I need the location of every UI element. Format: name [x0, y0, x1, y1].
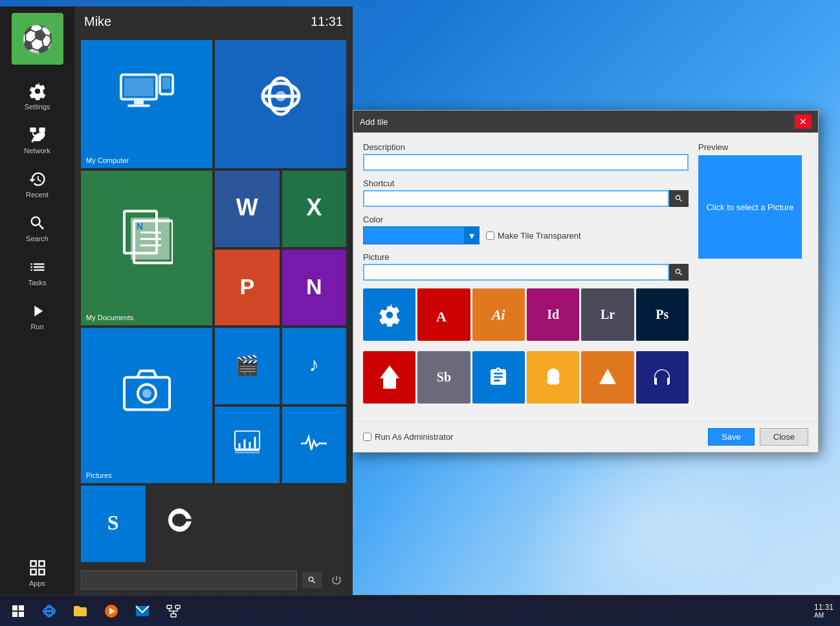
icon-tile-illustrator[interactable]: Ai — [472, 288, 525, 341]
run-as-admin-checkbox[interactable] — [363, 433, 371, 441]
icon-grid: A Ai Id Lr Ps — [363, 288, 689, 411]
shortcut-group: Shortcut — [363, 178, 689, 207]
color-row: ▾ Make Tile Transparent — [363, 226, 689, 244]
dialog-overlay: Add tile ✕ Description Shortcut — [0, 0, 840, 626]
color-swatch[interactable] — [363, 226, 467, 244]
icon-tile-indesign[interactable]: Id — [527, 288, 579, 341]
picture-browse-button[interactable] — [669, 264, 689, 281]
transparent-label: Make Tile Transparent — [498, 231, 581, 241]
description-input[interactable] — [363, 154, 689, 171]
icon-tile-headphones[interactable] — [636, 351, 689, 404]
picture-input-row — [363, 264, 689, 281]
svg-marker-36 — [599, 369, 616, 384]
save-button[interactable]: Save — [708, 428, 755, 446]
color-dropdown-arrow[interactable]: ▾ — [464, 226, 480, 244]
icon-tile-snapchat[interactable] — [527, 351, 579, 404]
shortcut-browse-button[interactable] — [669, 190, 689, 207]
run-as-admin-text: Run As Administrator — [375, 432, 453, 442]
shortcut-input-row — [363, 190, 689, 207]
icon-tile-clipboard[interactable] — [472, 351, 525, 404]
close-button[interactable]: Close — [760, 428, 808, 446]
description-label: Description — [363, 142, 689, 152]
picture-input[interactable] — [363, 264, 669, 281]
shortcut-label: Shortcut — [363, 178, 689, 188]
shortcut-input[interactable] — [363, 190, 669, 207]
color-group: Color ▾ Make Tile Transparent — [363, 215, 689, 244]
svg-text:A: A — [436, 308, 447, 325]
run-as-admin-label: Run As Administrator — [363, 432, 453, 442]
picture-group: Picture — [363, 252, 689, 281]
dialog-title: Add tile — [360, 117, 388, 127]
icon-tile-soundbooth[interactable]: Sb — [417, 351, 470, 404]
preview-box[interactable]: Click to select a Picture — [698, 155, 802, 259]
transparent-checkbox[interactable] — [486, 232, 494, 240]
icon-tile-lightroom[interactable]: Lr — [581, 288, 634, 341]
icon-tile-artrage[interactable] — [581, 351, 634, 404]
picture-label: Picture — [363, 252, 689, 262]
dialog-form: Description Shortcut Co — [363, 142, 689, 411]
icon-tile-acrobat[interactable]: A — [417, 288, 470, 341]
icon-tile-acrobat2[interactable] — [363, 351, 415, 404]
preview-click-text: Click to select a Picture — [706, 202, 793, 212]
icon-tile-photoshop[interactable]: Ps — [636, 288, 689, 341]
picture-search-icon — [674, 268, 683, 277]
shortcut-search-icon — [674, 194, 683, 203]
dialog-close-x-button[interactable]: ✕ — [795, 114, 812, 129]
dialog-titlebar: Add tile ✕ — [353, 111, 818, 133]
dialog-preview-area: Preview Click to select a Picture — [698, 142, 808, 411]
color-label: Color — [363, 215, 689, 224]
dialog-footer: Run As Administrator Save Close — [353, 421, 818, 452]
dialog-body: Description Shortcut Co — [353, 133, 818, 421]
preview-label: Preview — [698, 142, 808, 152]
add-tile-dialog: Add tile ✕ Description Shortcut — [353, 110, 819, 453]
transparent-checkbox-label: Make Tile Transparent — [486, 231, 581, 241]
icon-tile-config[interactable] — [363, 288, 415, 341]
description-group: Description — [363, 142, 689, 171]
